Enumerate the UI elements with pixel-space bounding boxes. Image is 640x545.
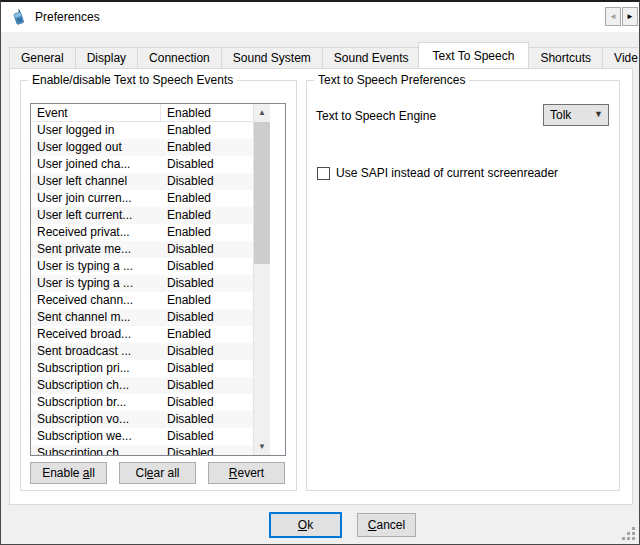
event-cell: Subscription vo... — [31, 411, 161, 428]
revert-button[interactable]: Revert — [208, 462, 285, 484]
table-row[interactable]: User join curren...Enabled — [31, 190, 253, 207]
button-label: ll — [90, 466, 95, 480]
status-cell: Enabled — [161, 207, 253, 224]
engine-label: Text to Speech Engine — [316, 109, 436, 123]
status-cell: Disabled — [161, 411, 253, 428]
status-cell: Enabled — [161, 190, 253, 207]
tab-shortcuts[interactable]: Shortcuts — [528, 47, 603, 68]
event-cell: Subscription br... — [31, 394, 161, 411]
column-header-enabled[interactable]: Enabled — [161, 104, 253, 121]
tts-preferences-legend: Text to Speech Preferences — [314, 73, 469, 87]
event-cell: Received privat... — [31, 224, 161, 241]
table-row[interactable]: Received privat...Enabled — [31, 224, 253, 241]
table-row[interactable]: Received broad...Enabled — [31, 326, 253, 343]
button-mnemonic: R — [229, 466, 238, 480]
status-cell: Disabled — [161, 343, 253, 360]
preferences-dialog: Preferences ✕ GeneralDisplayConnectionSo… — [0, 0, 640, 545]
event-cell: Sent channel m... — [31, 309, 161, 326]
cancel-button[interactable]: Cancel — [357, 513, 416, 537]
status-cell: Disabled — [161, 241, 253, 258]
table-row[interactable]: User left channelDisabled — [31, 173, 253, 190]
tab-text-to-speech[interactable]: Text To Speech — [418, 42, 530, 68]
button-mnemonic: e — [147, 466, 154, 480]
event-cell: User left current... — [31, 207, 161, 224]
status-cell: Disabled — [161, 309, 253, 326]
tab-general[interactable]: General — [9, 47, 76, 68]
button-label: k — [307, 518, 313, 532]
table-row[interactable]: Subscription we...Disabled — [31, 428, 253, 445]
event-cell: Sent private me... — [31, 241, 161, 258]
app-icon — [10, 9, 27, 26]
button-label: evert — [237, 466, 264, 480]
table-row[interactable]: Subscription pri...Disabled — [31, 360, 253, 377]
status-cell: Disabled — [161, 275, 253, 292]
enable-all-button[interactable]: Enable all — [30, 462, 107, 484]
table-row[interactable]: Received chann...Enabled — [31, 292, 253, 309]
tts-events-list[interactable]: Event Enabled User logged inEnabledUser … — [30, 103, 286, 456]
event-table-body: User logged inEnabledUser logged outEnab… — [31, 122, 253, 455]
scroll-up-icon[interactable]: ▲ — [254, 104, 270, 121]
event-cell: User joined cha... — [31, 156, 161, 173]
status-cell: Enabled — [161, 326, 253, 343]
tab-video[interactable]: Video — [602, 47, 638, 68]
status-cell: Disabled — [161, 428, 253, 445]
tab-display[interactable]: Display — [75, 47, 138, 68]
sapi-checkbox-row[interactable]: Use SAPI instead of current screenreader — [317, 166, 558, 180]
event-cell: Subscription ch... — [31, 445, 161, 455]
event-cell: User logged in — [31, 122, 161, 139]
event-cell: Subscription ch... — [31, 377, 161, 394]
ok-button[interactable]: Ok — [269, 512, 342, 538]
tab-scroll-left-button[interactable]: ◄ — [605, 7, 621, 26]
table-row[interactable]: Sent broadcast ...Disabled — [31, 343, 253, 360]
tts-preferences-groupbox: Text to Speech Preferences Text to Speec… — [306, 80, 620, 491]
table-row[interactable]: Subscription br...Disabled — [31, 394, 253, 411]
events-groupbox-legend: Enable/disable Text to Speech Events — [28, 73, 237, 87]
table-row[interactable]: Subscription ch...Disabled — [31, 377, 253, 394]
title-bar[interactable]: Preferences ✕ — [1, 2, 639, 32]
sapi-checkbox[interactable] — [317, 167, 330, 180]
column-header-event[interactable]: Event — [31, 104, 161, 121]
resize-grip[interactable] — [621, 526, 635, 540]
scrollbar-thumb[interactable] — [254, 122, 270, 264]
event-cell: Received broad... — [31, 326, 161, 343]
clear-all-button[interactable]: Clear all — [119, 462, 196, 484]
table-row[interactable]: User logged outEnabled — [31, 139, 253, 156]
events-groupbox: Enable/disable Text to Speech Events Eve… — [20, 80, 297, 491]
tab-scroll-right-button[interactable]: ► — [622, 7, 638, 26]
scroll-down-icon[interactable]: ▼ — [254, 438, 270, 455]
tab-sound-system[interactable]: Sound System — [221, 47, 323, 68]
list-scrollbar[interactable]: ▲ ▼ — [253, 104, 270, 455]
status-cell: Disabled — [161, 156, 253, 173]
table-row[interactable]: User left current...Enabled — [31, 207, 253, 224]
status-cell: Disabled — [161, 173, 253, 190]
button-label: ancel — [376, 518, 405, 532]
status-cell: Disabled — [161, 258, 253, 275]
event-cell: User is typing a ... — [31, 275, 161, 292]
tab-sound-events[interactable]: Sound Events — [322, 47, 421, 68]
table-row[interactable]: Subscription ch...Disabled — [31, 445, 253, 455]
event-cell: User logged out — [31, 139, 161, 156]
button-label: Cl — [135, 466, 146, 480]
button-label: Enable — [42, 466, 83, 480]
event-cell: Received chann... — [31, 292, 161, 309]
button-mnemonic: O — [298, 518, 307, 532]
tab-page-text-to-speech: Enable/disable Text to Speech Events Eve… — [9, 68, 633, 505]
table-row[interactable]: User is typing a ...Disabled — [31, 258, 253, 275]
button-mnemonic: C — [368, 518, 377, 532]
event-cell: Subscription we... — [31, 428, 161, 445]
table-row[interactable]: Sent channel m...Disabled — [31, 309, 253, 326]
event-cell: Subscription pri... — [31, 360, 161, 377]
table-row[interactable]: User logged inEnabled — [31, 122, 253, 139]
table-row[interactable]: Sent private me...Disabled — [31, 241, 253, 258]
sapi-checkbox-label: Use SAPI instead of current screenreader — [336, 166, 558, 180]
tts-engine-dropdown[interactable]: Tolk ▼ — [543, 104, 609, 126]
status-cell: Disabled — [161, 394, 253, 411]
tab-connection[interactable]: Connection — [137, 47, 222, 68]
list-header[interactable]: Event Enabled — [31, 104, 253, 122]
table-row[interactable]: User joined cha...Disabled — [31, 156, 253, 173]
table-row[interactable]: User is typing a ...Disabled — [31, 275, 253, 292]
button-mnemonic: a — [83, 466, 90, 480]
status-cell: Enabled — [161, 139, 253, 156]
event-cell: Sent broadcast ... — [31, 343, 161, 360]
table-row[interactable]: Subscription vo...Disabled — [31, 411, 253, 428]
